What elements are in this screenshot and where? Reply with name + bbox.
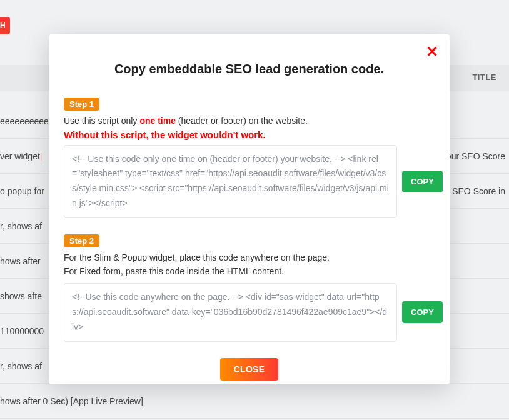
embed-code-modal: ✕ Copy embeddable SEO lead generation co… — [49, 34, 450, 384]
modal-title: Copy embeddable SEO lead generation code… — [64, 62, 435, 76]
step1-section: Step 1 Use this script only one time (he… — [64, 98, 435, 218]
close-button[interactable]: CLOSE — [220, 358, 279, 381]
close-icon[interactable]: ✕ — [426, 44, 438, 59]
step2-section: Step 2 For the Slim & Popup widget, plac… — [64, 234, 435, 342]
step1-warning: Without this script, the widget wouldn't… — [64, 129, 435, 140]
step2-line2: For Fixed form, paste this code inside t… — [64, 265, 435, 279]
step2-line1: For the Slim & Popup widget, place this … — [64, 251, 435, 265]
step1-badge: Step 1 — [64, 98, 99, 111]
step1-instructions: Use this script only one time (header or… — [64, 114, 435, 128]
step2-code-box[interactable]: <!--Use this code anywhere on the page. … — [64, 283, 397, 341]
copy-step2-button[interactable]: COPY — [402, 301, 443, 323]
step1-code-box[interactable]: <!-- Use this code only one time on (hea… — [64, 145, 397, 218]
step2-badge: Step 2 — [64, 234, 99, 248]
copy-step1-button[interactable]: COPY — [402, 171, 443, 192]
